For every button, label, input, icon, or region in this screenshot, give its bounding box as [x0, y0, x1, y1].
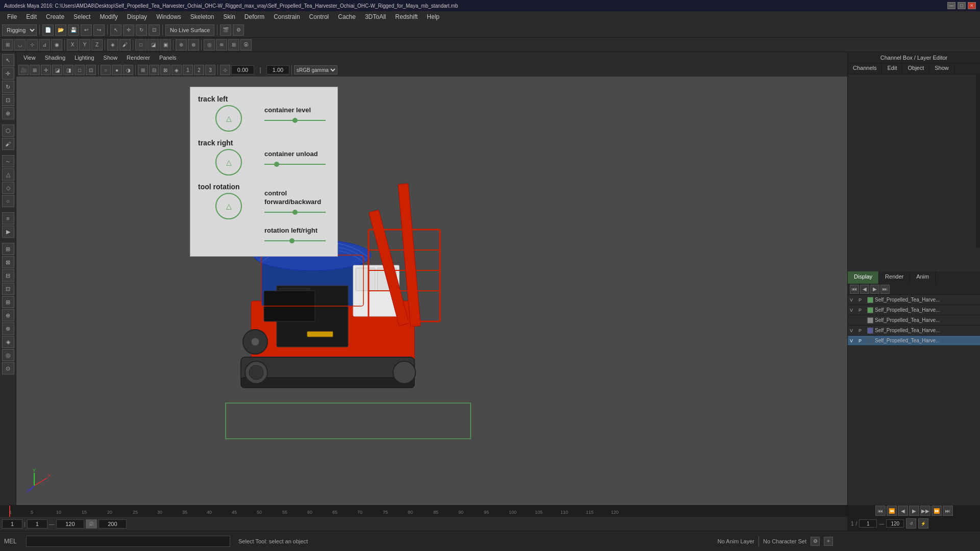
menu-cache[interactable]: Cache	[334, 12, 360, 21]
open-button[interactable]: 📂	[55, 24, 66, 36]
p-btn-5[interactable]: P	[859, 338, 866, 343]
menu-display[interactable]: Display	[123, 12, 151, 21]
pb-play-fwd[interactable]: ▶	[909, 506, 919, 516]
paint-skin[interactable]: 🖌	[119, 39, 131, 51]
layer-item-4[interactable]: V P Self_Propelled_Tea_Harve...	[848, 325, 980, 336]
menu-skin[interactable]: Skin	[219, 12, 239, 21]
universal-tool[interactable]: ⊕	[2, 107, 14, 119]
vp-lighting[interactable]: Lighting	[70, 54, 99, 62]
timeline-ruler[interactable]: 1 5 10 15 20 25 30 35 40 45 50 55 60 65 …	[0, 506, 980, 517]
vp-btn-5[interactable]: V	[850, 338, 857, 343]
vp-shad2[interactable]: ◨	[63, 65, 74, 75]
component-mode[interactable]: ◈	[107, 39, 118, 51]
track-right-circle[interactable]	[215, 149, 242, 176]
vp-snap[interactable]: ⊹	[220, 65, 230, 75]
vp-iso1[interactable]: ⊞	[138, 65, 148, 75]
tool9[interactable]: ◎	[2, 349, 14, 361]
loop-btn[interactable]: ↺	[906, 518, 916, 529]
menu-edit[interactable]: Edit	[22, 12, 41, 21]
menu-windows[interactable]: Windows	[152, 12, 185, 21]
mode-select[interactable]: Rigging	[2, 24, 37, 36]
vp-val1[interactable]: 0.00	[231, 65, 254, 74]
tool2[interactable]: ⊠	[2, 256, 14, 268]
tool5[interactable]: ⊞	[2, 296, 14, 308]
pb-prev-key[interactable]: ⏪	[887, 506, 897, 516]
layer-item-2[interactable]: V P Self_Propelled_Tea_Harve...	[848, 305, 980, 315]
tool10[interactable]: ⊙	[2, 362, 14, 374]
tool6[interactable]: ⊕	[2, 309, 14, 321]
close-button[interactable]: ✕	[968, 2, 976, 9]
vp-iso3[interactable]: ⊠	[160, 65, 170, 75]
le-tab-anim[interactable]: Anim	[910, 271, 936, 284]
blend-btn[interactable]: ⦿	[240, 39, 252, 51]
container-level-line[interactable]	[264, 120, 326, 121]
frame-input-right[interactable]	[859, 519, 877, 528]
menu-select[interactable]: Select	[69, 12, 94, 21]
move-tool-left[interactable]: ✛	[2, 67, 14, 80]
container-unload-line[interactable]	[264, 164, 326, 165]
vp-res2[interactable]: 2	[194, 65, 204, 75]
char-set-options[interactable]: ⚙	[811, 537, 820, 546]
menu-modify[interactable]: Modify	[95, 12, 121, 21]
tab-object[interactable]: Object	[902, 63, 929, 74]
rotate-tool-left[interactable]: ↻	[2, 81, 14, 93]
p-btn-1[interactable]: P	[859, 297, 866, 303]
select-tool[interactable]: ↖	[110, 24, 121, 36]
range-start-field[interactable]	[27, 519, 47, 529]
range-end-right[interactable]	[886, 519, 904, 528]
maximize-button[interactable]: □	[958, 2, 966, 9]
color-space-select[interactable]: sRGB gamma	[294, 65, 337, 74]
viewport[interactable]: View Shading Lighting Show Renderer Pane…	[16, 52, 847, 520]
tool1[interactable]: ⊞	[2, 243, 14, 255]
cluster-btn[interactable]: ◎	[204, 39, 215, 51]
menu-redshift[interactable]: Redshift	[391, 12, 422, 21]
p-btn-4[interactable]: P	[859, 328, 866, 333]
vp-light1[interactable]: ○	[101, 65, 111, 75]
track-left-circle[interactable]	[215, 105, 242, 132]
lasso-tool[interactable]: ⬡	[2, 124, 14, 137]
no-live-surface[interactable]: No Live Surface	[165, 24, 214, 36]
range-end-field[interactable]	[56, 519, 84, 529]
sym-z[interactable]: Z	[91, 39, 103, 51]
vp-cam[interactable]: 🎥	[18, 65, 29, 75]
tool7[interactable]: ⊗	[2, 322, 14, 335]
soft-sel[interactable]: ◉	[51, 39, 62, 51]
tex-mode[interactable]: ▣	[160, 39, 171, 51]
pb-prev-frame[interactable]: ◀	[898, 506, 908, 516]
poly-tool[interactable]: △	[2, 168, 14, 181]
rotate-tool[interactable]: ↻	[136, 24, 147, 36]
command-input[interactable]	[26, 536, 230, 547]
vp-view[interactable]: View	[19, 54, 40, 62]
vp-iso4[interactable]: ◈	[172, 65, 182, 75]
vp-light3[interactable]: ◑	[123, 65, 133, 75]
menu-create[interactable]: Create	[42, 12, 68, 21]
menu-deform[interactable]: Deform	[240, 12, 268, 21]
minimize-button[interactable]: —	[947, 2, 955, 9]
new-scene-button[interactable]: 📄	[42, 24, 54, 36]
right-panel-scrollbar[interactable]	[976, 74, 980, 248]
current-frame-field[interactable]	[2, 519, 22, 529]
char-set-add[interactable]: +	[824, 537, 833, 546]
vp-wire[interactable]: □	[75, 65, 85, 75]
layer-nav-btn4[interactable]: ⏭	[880, 285, 890, 294]
nurbs-tool[interactable]: ○	[2, 195, 14, 207]
tab-edit[interactable]: Edit	[882, 63, 902, 74]
layer-btn[interactable]: ≡	[2, 212, 14, 224]
tab-show[interactable]: Show	[929, 63, 954, 74]
forward-backward-line[interactable]	[264, 212, 326, 213]
snap-grid[interactable]: ⊞	[2, 39, 13, 51]
menu-help[interactable]: Help	[423, 12, 444, 21]
pb-start[interactable]: ⏮	[875, 506, 886, 516]
vp-manip[interactable]: ✛	[41, 65, 51, 75]
select-tool-left[interactable]: ↖	[2, 54, 14, 66]
tool-rotation-circle[interactable]	[215, 193, 242, 219]
snap-surface[interactable]: ⊿	[39, 39, 50, 51]
tool8[interactable]: ◈	[2, 336, 14, 348]
vp-panels[interactable]: Panels	[155, 54, 181, 62]
wire-mode[interactable]: □	[135, 39, 146, 51]
menu-file[interactable]: File	[3, 12, 21, 21]
rotation-lr-line[interactable]	[264, 240, 326, 241]
curve-tool[interactable]: ～	[2, 155, 14, 167]
undo-button[interactable]: ↩	[81, 24, 92, 36]
render-btn[interactable]: 🎬	[220, 24, 231, 36]
